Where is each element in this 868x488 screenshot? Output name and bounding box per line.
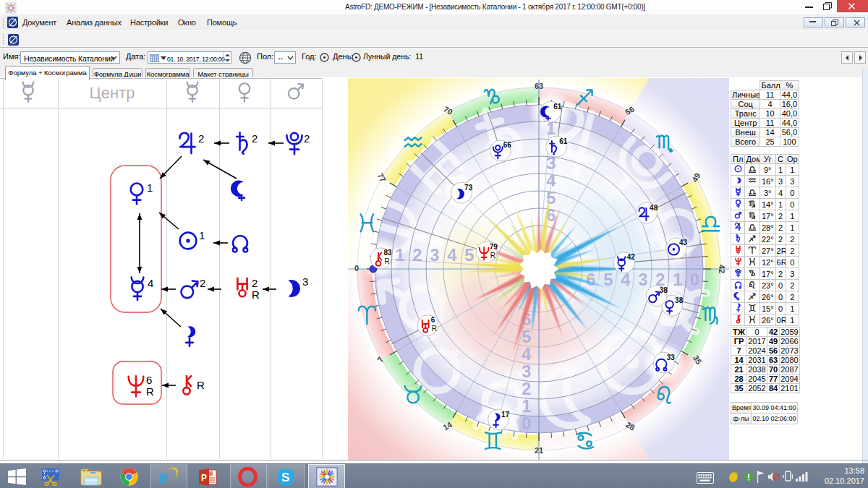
svg-text:1: 1 (395, 245, 404, 265)
svg-text:2: 2 (522, 379, 531, 398)
svg-text:2: 2 (412, 245, 422, 265)
svg-text:1: 1 (147, 181, 153, 194)
svg-text:4: 4 (546, 171, 556, 190)
svg-text:R: R (197, 379, 205, 391)
svg-text:38: 38 (660, 286, 668, 294)
svg-text:2: 2 (198, 132, 204, 145)
svg-text:3: 3 (302, 275, 308, 288)
svg-text:3: 3 (430, 245, 439, 265)
svg-text:0: 0 (522, 414, 531, 433)
svg-text:4: 4 (522, 344, 532, 364)
svg-text:79: 79 (490, 243, 498, 251)
svg-text:R: R (385, 257, 390, 265)
svg-text:5: 5 (522, 327, 531, 346)
svg-text:R: R (432, 325, 437, 333)
svg-text:61: 61 (559, 137, 568, 145)
svg-text:1: 1 (673, 270, 682, 289)
svg-text:61: 61 (553, 103, 562, 111)
svg-text:P: P (201, 473, 207, 483)
svg-text:3: 3 (522, 361, 531, 381)
svg-text:38: 38 (675, 296, 684, 304)
svg-text:R: R (490, 252, 495, 260)
svg-text:1: 1 (199, 229, 205, 241)
svg-text:2: 2 (304, 132, 310, 145)
svg-text:2: 2 (252, 277, 258, 289)
svg-text:S: S (281, 471, 289, 484)
svg-text:3: 3 (638, 270, 647, 289)
svg-text:4: 4 (447, 245, 457, 265)
svg-text:33: 33 (667, 354, 676, 361)
svg-text:48: 48 (650, 204, 658, 212)
svg-text:0: 0 (354, 264, 359, 273)
svg-text:1: 1 (522, 396, 531, 416)
svg-text:R: R (146, 385, 154, 398)
svg-text:4: 4 (148, 277, 153, 289)
svg-text:2: 2 (252, 132, 258, 145)
svg-text:73: 73 (464, 184, 473, 192)
svg-text:6: 6 (431, 316, 435, 324)
svg-text:42: 42 (627, 253, 636, 261)
svg-text:43: 43 (679, 239, 688, 247)
svg-text:42: 42 (718, 265, 726, 273)
svg-text:5: 5 (464, 245, 474, 265)
svg-text:2: 2 (200, 277, 205, 289)
svg-text:66: 66 (503, 141, 512, 149)
svg-text:17: 17 (501, 411, 510, 419)
svg-text:63: 63 (535, 82, 543, 90)
svg-text:6: 6 (146, 374, 152, 386)
svg-text:0: 0 (690, 270, 699, 289)
svg-text:R: R (252, 288, 260, 301)
svg-text:Центр: Центр (90, 84, 135, 102)
svg-text:21: 21 (535, 446, 543, 455)
svg-text:83: 83 (384, 249, 393, 257)
